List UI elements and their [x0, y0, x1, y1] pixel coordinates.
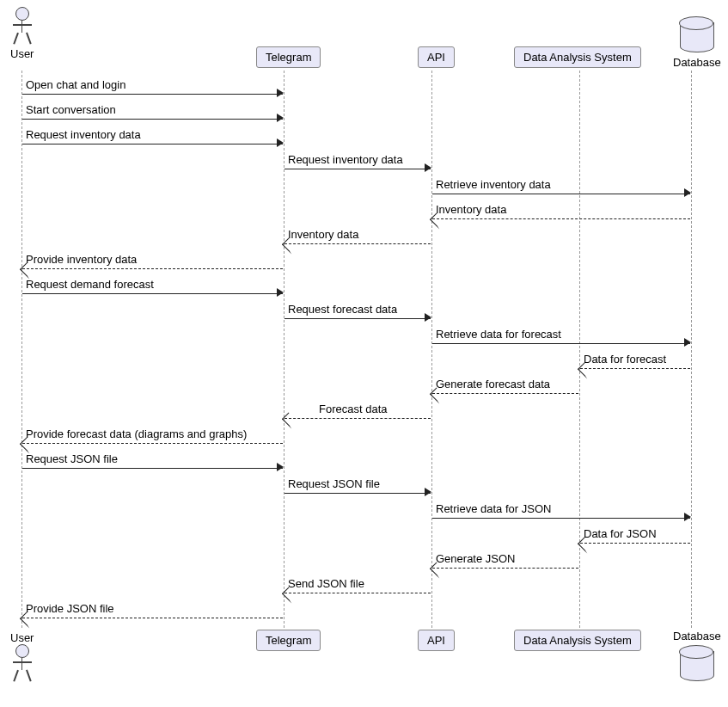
participant-telegram-label: Telegram	[266, 51, 311, 64]
msg-label: Provide JSON file	[26, 602, 114, 615]
msg-label: Data for forecast	[584, 353, 666, 366]
msg-gen-forecast: Generate forecast data	[432, 379, 578, 397]
lifeline-user	[21, 71, 22, 628]
participant-das-bottom: Data Analysis System	[514, 630, 641, 651]
msg-provide-json: Provide JSON file	[22, 604, 283, 621]
participant-api-bottom: API	[418, 630, 455, 651]
msg-label: Request forecast data	[288, 303, 397, 316]
msg-label: Generate forecast data	[436, 378, 550, 390]
msg-req-inventory-1: Request inventory data	[22, 130, 283, 147]
msg-provide-forecast: Provide forecast data (diagrams and grap…	[22, 429, 283, 446]
msg-label: Inventory data	[288, 228, 358, 241]
user-stick-figure-icon	[13, 644, 32, 680]
participant-database-label: Database	[673, 630, 721, 642]
participant-api-label: API	[427, 51, 445, 64]
participant-telegram-bottom: Telegram	[256, 630, 321, 651]
participant-das-label: Data Analysis System	[523, 634, 632, 647]
msg-req-json-2: Request JSON file	[284, 479, 431, 496]
participant-api-label: API	[427, 634, 445, 647]
msg-req-forecast-data: Request forecast data	[284, 304, 431, 322]
msg-label: Request inventory data	[26, 128, 141, 141]
msg-retrieve-json: Retrieve data for JSON	[432, 504, 690, 521]
msg-label: Inventory data	[436, 203, 506, 216]
msg-label: Request demand forecast	[26, 278, 154, 291]
msg-start-conversation: Start conversation	[22, 105, 283, 122]
msg-req-inventory-2: Request inventory data	[284, 155, 431, 172]
lifeline-database	[691, 71, 692, 628]
msg-label: Forecast data	[319, 403, 388, 415]
participant-database-label: Database	[673, 56, 721, 69]
actor-user-label-top: User	[10, 47, 34, 60]
msg-label: Provide inventory data	[26, 253, 137, 266]
msg-label: Open chat and login	[26, 78, 125, 91]
participant-telegram-top: Telegram	[256, 46, 321, 68]
msg-label: Request inventory data	[288, 153, 403, 166]
msg-provide-inventory: Provide inventory data	[22, 255, 283, 272]
msg-open-chat: Open chat and login	[22, 80, 283, 97]
database-icon	[680, 22, 714, 52]
msg-label: Request JSON file	[26, 452, 118, 465]
actor-user-label-bottom: User	[10, 631, 34, 644]
actor-user-bottom: User	[10, 630, 34, 683]
msg-label: Retrieve inventory data	[436, 178, 551, 191]
lifeline-api	[431, 71, 432, 628]
msg-data-json: Data for JSON	[580, 529, 690, 546]
msg-gen-json: Generate JSON	[432, 554, 578, 571]
msg-retrieve-inventory: Retrieve inventory data	[432, 180, 690, 197]
participant-das-label: Data Analysis System	[523, 51, 632, 64]
sequence-diagram: User Telegram API Data Analysis System D…	[7, 7, 721, 700]
msg-req-forecast: Request demand forecast	[22, 280, 283, 297]
msg-label: Start conversation	[26, 103, 116, 116]
msg-req-json: Request JSON file	[22, 454, 283, 471]
participant-telegram-label: Telegram	[266, 634, 311, 647]
user-stick-figure-icon	[13, 7, 32, 43]
msg-label: Provide forecast data (diagrams and grap…	[26, 427, 247, 440]
participant-database-bottom: Database	[673, 630, 721, 681]
msg-label: Request JSON file	[288, 477, 380, 490]
msg-label: Generate JSON	[436, 552, 516, 565]
msg-label: Retrieve data for forecast	[436, 328, 561, 341]
msg-send-json: Send JSON file	[284, 579, 431, 596]
msg-inventory-data-2: Inventory data	[284, 230, 431, 247]
database-icon	[680, 651, 714, 681]
msg-data-forecast: Data for forecast	[580, 354, 690, 372]
msg-label: Retrieve data for JSON	[436, 502, 551, 515]
msg-retrieve-forecast: Retrieve data for forecast	[432, 329, 690, 347]
participant-das-top: Data Analysis System	[514, 46, 641, 68]
participant-api-top: API	[418, 46, 455, 68]
participant-database-top: Database	[673, 22, 721, 69]
msg-inventory-data-1: Inventory data	[432, 205, 690, 222]
msg-label: Send JSON file	[288, 577, 364, 590]
msg-label: Data for JSON	[584, 527, 657, 540]
msg-forecast-data: Forecast data	[284, 404, 431, 421]
actor-user-top: User	[10, 7, 34, 60]
